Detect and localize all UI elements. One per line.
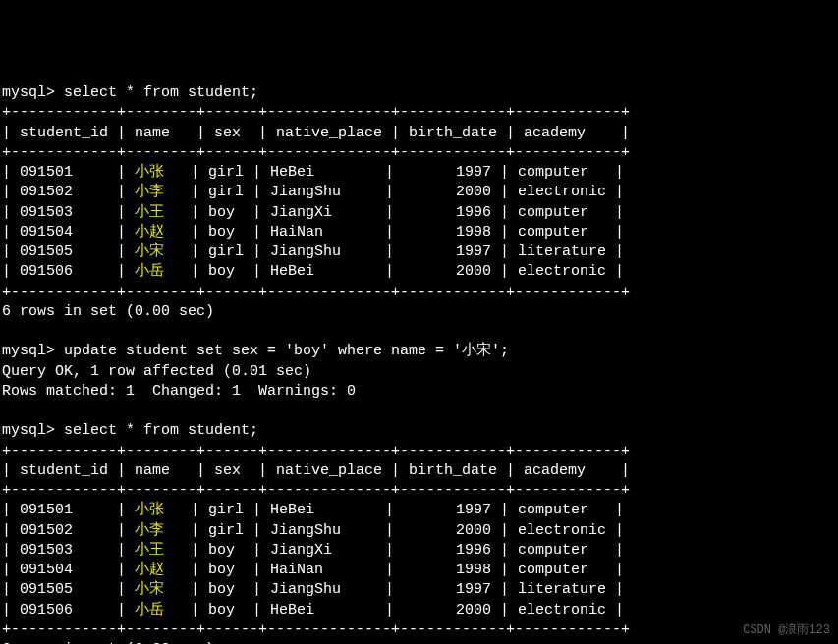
update-result-1: Query OK, 1 row affected (0.01 sec) — [2, 363, 311, 380]
mysql-prompt[interactable]: mysql> — [2, 84, 64, 101]
watermark-text: CSDN @浪雨123 — [743, 622, 830, 638]
result-footer-1: 6 rows in set (0.00 sec) — [2, 303, 214, 320]
terminal-output: mysql> select * from student; +---------… — [2, 83, 836, 644]
mysql-prompt[interactable]: mysql> — [2, 422, 64, 439]
update-result-2: Rows matched: 1 Changed: 1 Warnings: 0 — [2, 383, 356, 400]
sql-query-2: select * from student; — [64, 422, 258, 439]
result-table-2: +------------+--------+------+----------… — [2, 443, 630, 638]
mysql-prompt[interactable]: mysql> — [2, 343, 64, 359]
result-table-1: +------------+--------+------+----------… — [2, 104, 630, 299]
sql-query-1: select * from student; — [64, 84, 258, 101]
sql-update-query: update student set sex = 'boy' where nam… — [64, 343, 509, 359]
